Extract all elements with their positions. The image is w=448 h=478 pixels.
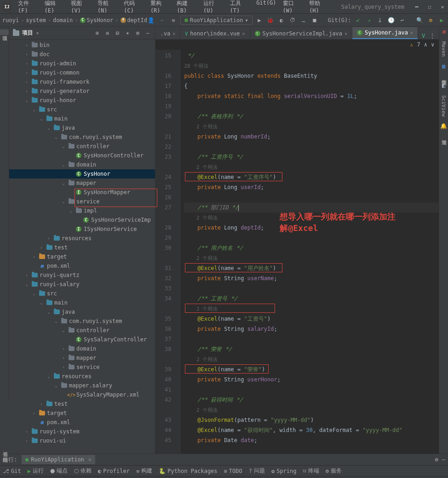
tree-row[interactable]: mpom.xml: [9, 261, 155, 271]
menu-item[interactable]: 文件(F): [15, 0, 41, 16]
editor-tab[interactable]: Vhonor\index.vue×: [180, 28, 250, 39]
attach-icon[interactable]: …: [299, 16, 308, 24]
editor-tab[interactable]: CSysHonorServiceImpl.java×: [250, 28, 352, 39]
run-icon[interactable]: ▶: [255, 16, 264, 24]
right-tab-maven[interactable]: Maven: [440, 40, 447, 58]
tree-row[interactable]: ›target: [9, 252, 155, 261]
coverage-icon[interactable]: ◐: [277, 16, 286, 24]
menu-item[interactable]: 运行(U): [201, 0, 226, 16]
gear-icon[interactable]: ⚙: [435, 456, 438, 463]
close-icon[interactable]: ✕: [439, 4, 446, 10]
tree-row[interactable]: ›doc: [9, 50, 155, 59]
toolwin-tab[interactable]: ◐Profiler: [98, 468, 130, 474]
tree-row[interactable]: CSysHonorServiceImp: [9, 215, 155, 225]
profile-icon[interactable]: ⏱: [288, 16, 297, 24]
settings-icon[interactable]: ⚙: [426, 16, 435, 24]
collapse-icon[interactable]: ⊟: [114, 30, 121, 36]
toolwin-tab[interactable]: ⚙服务: [326, 467, 342, 475]
tree-row[interactable]: ›resources: [9, 234, 155, 243]
menu-item[interactable]: 窗口(W): [280, 0, 306, 16]
tree-row[interactable]: ›ruoyi-common: [9, 68, 155, 77]
tree-row[interactable]: ⌄controller: [9, 142, 155, 151]
tree-row[interactable]: ⌄java: [9, 123, 155, 132]
toolwin-tab[interactable]: ▶运行: [28, 467, 44, 475]
left-tab-bookmarks[interactable]: 书签: [0, 445, 9, 450]
editor-tab[interactable]: CSysHonor.java×: [352, 27, 418, 39]
toolwin-tab[interactable]: ⎇Git: [3, 468, 21, 474]
next-icon[interactable]: ∨: [431, 41, 434, 48]
close-tab-icon[interactable]: ×: [410, 30, 413, 35]
tree-row[interactable]: ⌄java: [9, 307, 155, 317]
menu-item[interactable]: 视图(V): [68, 0, 94, 16]
tree-row[interactable]: </>SysSalaryMapper.xml: [9, 390, 155, 399]
menu-item[interactable]: 编辑(E): [42, 0, 68, 16]
warning-count[interactable]: 7: [417, 41, 420, 48]
menu-item[interactable]: Git(G): [253, 0, 279, 16]
hide-icon[interactable]: —: [442, 456, 445, 463]
maximize-icon[interactable]: ☐: [426, 4, 433, 10]
close-tab-icon[interactable]: ×: [345, 31, 347, 36]
tree-row[interactable]: IISysHonorService: [9, 225, 155, 234]
tree-row[interactable]: ⌄src: [9, 105, 155, 114]
menu-item[interactable]: 帮助(H): [306, 0, 332, 16]
tree-row[interactable]: ⌄ruoyi-salary: [9, 280, 155, 289]
git-push-icon[interactable]: ↗: [365, 16, 373, 24]
debug-icon[interactable]: 🐞: [266, 16, 275, 24]
tree-row[interactable]: ⌄ruoyi-honor: [9, 96, 155, 105]
tree-row[interactable]: ›target: [9, 409, 155, 418]
fold-gutter[interactable]: [175, 50, 180, 454]
tree-row[interactable]: ›ruoyi-admin: [9, 59, 155, 68]
close-tab-icon[interactable]: ×: [172, 31, 175, 36]
tree-row[interactable]: CSysHonor: [9, 169, 155, 179]
breadcrumb-item[interactable]: system: [26, 17, 46, 23]
tree-row[interactable]: ⌄service: [9, 197, 155, 206]
code-content[interactable]: */28 个用法public class SysHonor extends Ba…: [180, 50, 439, 454]
toolwin-tab[interactable]: ⬡依赖: [74, 467, 92, 475]
git-update-icon[interactable]: ⤓: [376, 16, 384, 24]
toolwin-tab[interactable]: ⚒构建: [136, 467, 152, 475]
toolwin-tab[interactable]: 🐍Python Packages: [159, 468, 217, 474]
tree-row[interactable]: ›ruoyi-system: [9, 427, 155, 436]
code-area[interactable]: 1516171819202122232425262728293031323334…: [155, 50, 439, 454]
tree-row[interactable]: mpom.xml: [9, 418, 155, 427]
tree-row[interactable]: ›mapper: [9, 353, 155, 363]
locate-icon[interactable]: ⊕: [93, 30, 101, 36]
tree-row[interactable]: ⌄com.ruoyi.system: [9, 317, 155, 326]
left-tab-structure[interactable]: 结构: [0, 450, 9, 456]
right-tab-notifications[interactable]: 通知: [440, 134, 448, 138]
menu-item[interactable]: 构建(B): [174, 0, 200, 16]
tree-row[interactable]: ›bin: [9, 40, 155, 50]
tree-row[interactable]: ⌄controller: [9, 326, 155, 335]
left-tab-project[interactable]: 项目: [0, 29, 9, 35]
run-anything-icon[interactable]: ▶: [437, 16, 446, 24]
tree-row[interactable]: CSysHonorController: [9, 151, 155, 160]
menu-item[interactable]: 代码(C): [121, 0, 147, 16]
tree-row[interactable]: ›test: [9, 243, 155, 252]
warning-icon[interactable]: ⚠: [410, 41, 413, 48]
breadcrumb-item[interactable]: CSysHonor: [80, 17, 114, 23]
run-config-selector[interactable]: RuoYiApplication▾: [180, 16, 253, 25]
menu-item[interactable]: 重构(R): [148, 0, 173, 16]
tree-row[interactable]: ›ruoyi-quartz: [9, 271, 155, 280]
sciview-icon[interactable]: ◧: [442, 82, 445, 89]
hide-icon[interactable]: —: [144, 30, 151, 36]
close-tab-icon[interactable]: ×: [242, 31, 245, 36]
search-icon[interactable]: 🔍: [415, 16, 424, 24]
breadcrumb-item[interactable]: ruoyi: [2, 17, 19, 23]
tree-row[interactable]: ›ruovi-ui: [9, 436, 155, 445]
tree-row[interactable]: ⌄main: [9, 298, 155, 307]
maven-tab-icon[interactable]: m: [442, 29, 445, 35]
toolwin-tab[interactable]: ✿Spring: [271, 468, 297, 474]
more-icon[interactable]: ⋮: [430, 33, 435, 39]
tree-row[interactable]: ⌄com.ruoyi.system: [9, 132, 155, 142]
tree-row[interactable]: ›service: [9, 363, 155, 372]
project-tree[interactable]: ›bin›doc›ruoyi-admin›ruoyi-common›ruoyi-…: [9, 40, 155, 454]
users-icon[interactable]: 👤: [147, 16, 155, 24]
right-tab-sciview[interactable]: SciView: [440, 93, 447, 118]
tree-row[interactable]: ⌄mapper.salary: [9, 381, 155, 390]
run-tab[interactable]: RuoYiApplication×: [22, 455, 95, 464]
tree-row[interactable]: ›test: [9, 399, 155, 409]
tree-row[interactable]: ⌄resources: [9, 372, 155, 381]
right-tab-database[interactable]: 数据库: [440, 74, 448, 78]
gear-icon[interactable]: ⚙: [134, 30, 141, 36]
